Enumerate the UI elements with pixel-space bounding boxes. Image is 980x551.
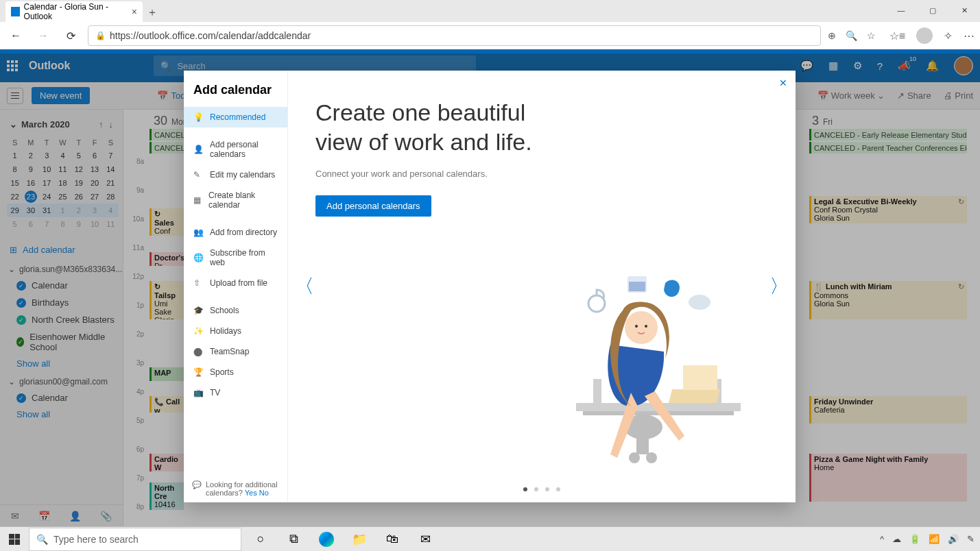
- sports-icon: 🏆: [193, 367, 203, 377]
- profile-avatar[interactable]: [916, 27, 933, 44]
- carousel-dot-1[interactable]: [523, 487, 527, 491]
- svg-rect-11: [683, 365, 717, 390]
- feedback-yes[interactable]: Yes: [245, 489, 257, 497]
- pencil-icon: ✎: [193, 170, 203, 180]
- modal-sidebar: Add calendar 💡Recommended 👤Add personal …: [184, 71, 288, 502]
- window-controls: — ▢ ✕: [885, 0, 980, 21]
- explorer-icon[interactable]: 📁: [346, 527, 373, 552]
- svg-rect-13: [629, 282, 645, 291]
- tab-row: Calendar - Gloria Sun - Outlook × ＋ — ▢ …: [0, 0, 980, 22]
- zoom-icon[interactable]: 🔍: [846, 30, 857, 41]
- svg-point-8: [625, 311, 658, 344]
- new-tab-button[interactable]: ＋: [143, 3, 162, 22]
- forward-button[interactable]: →: [33, 29, 53, 42]
- feedback-no[interactable]: No: [259, 489, 269, 497]
- favorite-icon[interactable]: ☆: [867, 30, 876, 41]
- minimize-button[interactable]: —: [885, 0, 917, 21]
- start-button[interactable]: [0, 527, 29, 552]
- modal-footer: 💬 Looking for additional calendars? Yes …: [192, 480, 281, 497]
- modal-item-web[interactable]: 🌐Subscribe from web: [184, 243, 287, 273]
- favorites-icon[interactable]: ☆≡: [889, 29, 905, 42]
- hero-heading: Create one beautifulview of work and lif…: [315, 98, 562, 156]
- browser-tab[interactable]: Calendar - Gloria Sun - Outlook ×: [5, 1, 143, 22]
- feedback-icon: 💬: [192, 480, 202, 489]
- directory-icon: 👥: [193, 228, 203, 237]
- back-button[interactable]: ←: [5, 29, 26, 42]
- modal-item-schools[interactable]: 🎓Schools: [184, 300, 287, 321]
- modal-item-add-personal[interactable]: 👤Add personal calendars: [184, 134, 287, 164]
- modal-item-edit[interactable]: ✎Edit my calendars: [184, 164, 287, 185]
- favicon: [11, 7, 20, 16]
- onedrive-icon[interactable]: ☁: [892, 534, 901, 544]
- lock-icon: 🔒: [95, 31, 106, 40]
- lightbulb-icon: 💡: [193, 112, 203, 122]
- pen-icon[interactable]: ✎: [967, 534, 975, 544]
- modal-main: ✕ Create one beautifulview of work and l…: [288, 71, 796, 502]
- svg-point-15: [588, 295, 605, 312]
- taskbar-search[interactable]: 🔍 Type here to search: [29, 528, 241, 551]
- add-calendar-modal: Add calendar 💡Recommended 👤Add personal …: [184, 71, 796, 502]
- taskbar-search-placeholder: Type here to search: [53, 534, 139, 545]
- carousel-dots: [523, 487, 560, 491]
- close-window-button[interactable]: ✕: [948, 0, 980, 21]
- battery-icon[interactable]: 🔋: [909, 534, 920, 544]
- menu-icon[interactable]: ⋯: [964, 29, 975, 42]
- maximize-button[interactable]: ▢: [917, 0, 948, 21]
- collections-icon[interactable]: ✧: [944, 29, 953, 42]
- store-icon[interactable]: 🛍: [379, 527, 406, 552]
- modal-item-teamsnap[interactable]: ⬤TeamSnap: [184, 341, 287, 362]
- tab-close-icon[interactable]: ×: [132, 6, 137, 17]
- globe-icon: 🌐: [193, 253, 203, 262]
- modal-title: Add calendar: [184, 76, 287, 107]
- svg-point-10: [645, 325, 647, 328]
- tray-expand-icon[interactable]: ^: [880, 534, 884, 544]
- url-text: https://outlook.office.com/calendar/addc…: [110, 30, 311, 41]
- cortana-icon[interactable]: ○: [247, 527, 274, 552]
- upload-icon: ⇧: [193, 278, 203, 288]
- school-icon: 🎓: [193, 306, 203, 315]
- address-bar[interactable]: 🔒 https://outlook.office.com/calendar/ad…: [88, 25, 821, 46]
- edge-app-icon[interactable]: [313, 527, 340, 552]
- modal-item-upload[interactable]: ⇧Upload from file: [184, 273, 287, 293]
- carousel-dot-4[interactable]: [556, 487, 560, 491]
- address-actions: ⊕ 🔍 ☆: [828, 30, 876, 41]
- taskview-icon[interactable]: ⧉: [280, 527, 307, 552]
- refresh-button[interactable]: ⟳: [60, 29, 81, 42]
- carousel-dot-2[interactable]: [534, 487, 538, 491]
- browser-right-icons: ☆≡ ✧ ⋯: [889, 27, 975, 44]
- add-personal-calendars-button[interactable]: Add personal calendars: [315, 195, 431, 217]
- modal-item-recommended[interactable]: 💡Recommended: [184, 107, 287, 127]
- wifi-icon[interactable]: 📶: [929, 534, 940, 544]
- windows-taskbar: 🔍 Type here to search ○ ⧉ 📁 🛍 ✉ ^ ☁ 🔋 📶 …: [0, 526, 980, 551]
- holiday-icon: ✨: [193, 326, 203, 336]
- carousel-dot-3[interactable]: [545, 487, 549, 491]
- volume-icon[interactable]: 🔊: [948, 534, 959, 544]
- modal-item-tv[interactable]: 📺TV: [184, 382, 287, 403]
- person-icon: 👤: [193, 145, 203, 154]
- taskbar-pinned: ○ ⧉ 📁 🛍 ✉: [247, 527, 439, 552]
- system-tray: ^ ☁ 🔋 📶 🔊 ✎: [880, 534, 980, 544]
- hero-subtext: Connect your work and personal calendars…: [315, 169, 768, 179]
- modal-item-directory[interactable]: 👥Add from directory: [184, 222, 287, 243]
- modal-close-icon[interactable]: ✕: [779, 77, 787, 88]
- browser-chrome: Calendar - Gloria Sun - Outlook × ＋ — ▢ …: [0, 0, 980, 49]
- carousel-next-icon[interactable]: 〉: [769, 273, 789, 299]
- modal-item-sports[interactable]: 🏆Sports: [184, 362, 287, 382]
- tab-title: Calendar - Gloria Sun - Outlook: [24, 2, 128, 21]
- svg-point-14: [689, 295, 710, 310]
- address-row: ← → ⟳ 🔒 https://outlook.office.com/calen…: [0, 22, 980, 49]
- svg-rect-2: [593, 379, 601, 406]
- add-tab-icon[interactable]: ⊕: [828, 30, 836, 41]
- illustration: [562, 269, 754, 475]
- modal-item-holidays[interactable]: ✨Holidays: [184, 321, 287, 341]
- modal-item-blank[interactable]: ▦Create blank calendar: [184, 185, 287, 215]
- carousel-prev-icon[interactable]: 〈: [295, 273, 314, 299]
- svg-point-9: [635, 325, 638, 328]
- calendar-blank-icon: ▦: [193, 195, 202, 205]
- tv-icon: 📺: [193, 388, 203, 397]
- teamsnap-icon: ⬤: [193, 347, 203, 356]
- search-icon: 🔍: [36, 534, 48, 545]
- mail-app-icon[interactable]: ✉: [411, 527, 439, 552]
